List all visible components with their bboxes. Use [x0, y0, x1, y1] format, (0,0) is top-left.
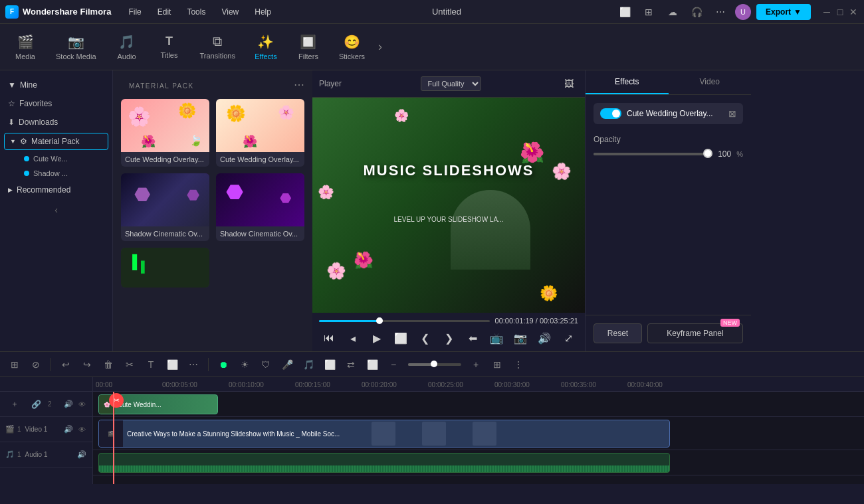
- tl-more-button[interactable]: ⋯: [184, 355, 203, 374]
- sidebar-item-favorites[interactable]: ☆ Favorites: [0, 94, 112, 113]
- effect-card-green[interactable]: ▐ ▌: [121, 248, 209, 288]
- track-volume-2[interactable]: 🔊: [63, 399, 74, 410]
- tl-dots-button[interactable]: ⋮: [509, 355, 528, 374]
- fullscreen-button[interactable]: ⤢: [559, 329, 578, 347]
- track-clip-audio[interactable]: [98, 453, 670, 473]
- panel-more-button[interactable]: ⋯: [294, 78, 304, 91]
- tl-text-button[interactable]: T: [142, 355, 160, 374]
- menu-view[interactable]: View: [215, 5, 245, 19]
- effect-card-shadow-1[interactable]: ⬣ ⬣ Shadow Cinematic Ov...: [121, 173, 209, 241]
- tool-filters[interactable]: 🔲 Filters: [288, 30, 328, 64]
- tool-effects[interactable]: ✨ Effects: [246, 30, 286, 64]
- tl-grid-button[interactable]: ⊞: [488, 355, 506, 374]
- tab-effects[interactable]: Effects: [586, 70, 669, 94]
- tab-video[interactable]: Video: [669, 70, 752, 94]
- tl-magnet-button[interactable]: ⊘: [27, 355, 45, 374]
- icon-btn-screen[interactable]: ⬜: [615, 3, 634, 21]
- track-label-2: + 🔗 2 🔊 👁: [0, 392, 92, 417]
- track-link-icon[interactable]: 🔗: [27, 395, 45, 414]
- tl-switch-button[interactable]: ⇄: [342, 355, 360, 374]
- sidebar-item-mine[interactable]: ▼ Mine: [0, 76, 112, 94]
- tool-titles[interactable]: T Titles: [150, 31, 189, 63]
- sidebar-item-material-pack[interactable]: ▼ ⚙ Material Pack: [4, 133, 108, 150]
- tl-delete-button[interactable]: 🗑: [99, 355, 118, 374]
- progress-track[interactable]: [319, 320, 490, 322]
- track-eye-2[interactable]: 👁: [76, 399, 87, 410]
- scissor-icon[interactable]: ✂: [109, 393, 124, 408]
- menu-edit[interactable]: Edit: [151, 5, 178, 19]
- tool-audio[interactable]: 🎵 Audio: [107, 30, 147, 64]
- menu-file[interactable]: File: [122, 5, 148, 19]
- progress-fill: [319, 320, 379, 322]
- quality-select[interactable]: Full Quality Half Quality: [421, 76, 481, 91]
- step-back-button[interactable]: ⏮: [320, 329, 338, 347]
- track-eye-1[interactable]: 👁: [76, 424, 87, 435]
- reset-button[interactable]: Reset: [594, 323, 642, 343]
- sidebar-item-downloads[interactable]: ⬇ Downloads: [0, 113, 112, 131]
- tool-transitions[interactable]: ⧉ Transitions: [192, 30, 243, 64]
- mark-in-button[interactable]: ❮: [415, 329, 434, 347]
- track-name-audio: Audio 1: [25, 451, 48, 458]
- icon-btn-apps[interactable]: ⋯: [711, 3, 730, 21]
- zoom-slider[interactable]: [408, 363, 461, 366]
- progress-bar-area: 00:00:01:19 / 00:03:25:21: [319, 317, 578, 325]
- sidebar-sub-shadow[interactable]: Shadow ...: [19, 166, 112, 181]
- sidebar-sub-cute-wedding[interactable]: Cute We...: [19, 151, 112, 166]
- icon-btn-headset[interactable]: 🎧: [687, 3, 706, 21]
- play-button[interactable]: ▶: [368, 329, 386, 347]
- export-button[interactable]: Export ▼: [756, 4, 811, 20]
- opacity-slider[interactable]: [594, 153, 712, 155]
- stop-button[interactable]: ⬜: [391, 329, 410, 347]
- sidebar-collapse[interactable]: ‹: [0, 199, 112, 220]
- tl-pip-button[interactable]: ⬜: [363, 355, 381, 374]
- menu-help[interactable]: Help: [248, 5, 278, 19]
- tl-redo-button[interactable]: ↪: [78, 355, 96, 374]
- icon-btn-grid[interactable]: ⊞: [639, 3, 658, 21]
- tl-crop-button[interactable]: ⬜: [163, 355, 181, 374]
- preview-settings-icon[interactable]: 🖼: [560, 74, 578, 93]
- tl-shield-button[interactable]: 🛡: [257, 355, 275, 374]
- tl-audio-button[interactable]: 🎵: [299, 355, 318, 374]
- track-add-icon[interactable]: +: [5, 395, 24, 414]
- tl-mic-button[interactable]: 🎤: [278, 355, 296, 374]
- tl-record-button[interactable]: ⏺: [214, 355, 233, 374]
- sidebar-item-recommended[interactable]: ▶ Recommended: [0, 181, 112, 199]
- tool-stickers[interactable]: 😊 Stickers: [331, 30, 373, 64]
- slider-thumb: [703, 149, 712, 158]
- tool-stock-media[interactable]: 📷 Stock Media: [48, 30, 104, 64]
- user-avatar[interactable]: U: [735, 4, 751, 20]
- track-volume-1[interactable]: 🔊: [63, 424, 74, 435]
- new-badge: NEW: [720, 319, 740, 327]
- menu-tools[interactable]: Tools: [180, 5, 212, 19]
- properties-tabs: Effects Video: [586, 70, 751, 95]
- effect-card-shadow-2[interactable]: ⬣ ⬣ Shadow Cinematic Ov...: [216, 173, 304, 241]
- tl-sun-button[interactable]: ☀: [235, 355, 254, 374]
- remove-effect-button[interactable]: ⊠: [728, 108, 736, 119]
- tool-media[interactable]: 🎬 Media: [5, 30, 45, 64]
- camera-button[interactable]: 📷: [511, 329, 530, 347]
- preview-controls: 00:00:01:19 / 00:03:25:21 ⏮ ◂ ▶ ⬜ ❮ ❯ ⬅ …: [312, 313, 585, 351]
- effect-card-cute-wedding-2[interactable]: 🌼 🌸 🌺 Cute Wedding Overlay...: [216, 99, 304, 167]
- effect-toggle[interactable]: [600, 108, 621, 119]
- effect-thumb-3: ⬣ ⬣: [121, 173, 209, 226]
- tl-cut-button[interactable]: ✂: [120, 355, 139, 374]
- track-clip-video[interactable]: 🎬 Creative Ways to Make a Stunning Slide…: [98, 420, 670, 448]
- tl-captions-button[interactable]: ⬜: [320, 355, 339, 374]
- prev-frame-button[interactable]: ⬅: [463, 329, 482, 347]
- track-volume-audio[interactable]: 🔊: [76, 450, 87, 460]
- close-button[interactable]: ✕: [848, 7, 859, 17]
- toolbar-more-button[interactable]: ›: [378, 40, 382, 54]
- minimize-button[interactable]: ─: [821, 7, 832, 17]
- tv-button[interactable]: 📺: [487, 329, 506, 347]
- keyframe-panel-button[interactable]: Keyframe Panel NEW: [647, 323, 743, 343]
- mark-out-button[interactable]: ❯: [439, 329, 458, 347]
- volume-button[interactable]: 🔊: [535, 329, 554, 347]
- tl-plus-button[interactable]: +: [467, 355, 485, 374]
- icon-btn-cloud[interactable]: ☁: [663, 3, 682, 21]
- maximize-button[interactable]: □: [835, 7, 845, 17]
- tl-undo-button[interactable]: ↩: [56, 355, 75, 374]
- effect-card-cute-wedding-1[interactable]: 🌸 🌼 🌺 🍃 Cute Wedding Overlay...: [121, 99, 209, 167]
- tl-minus-button[interactable]: −: [384, 355, 403, 374]
- tl-add-track-button[interactable]: ⊞: [5, 355, 24, 374]
- frame-back-button[interactable]: ◂: [344, 329, 362, 347]
